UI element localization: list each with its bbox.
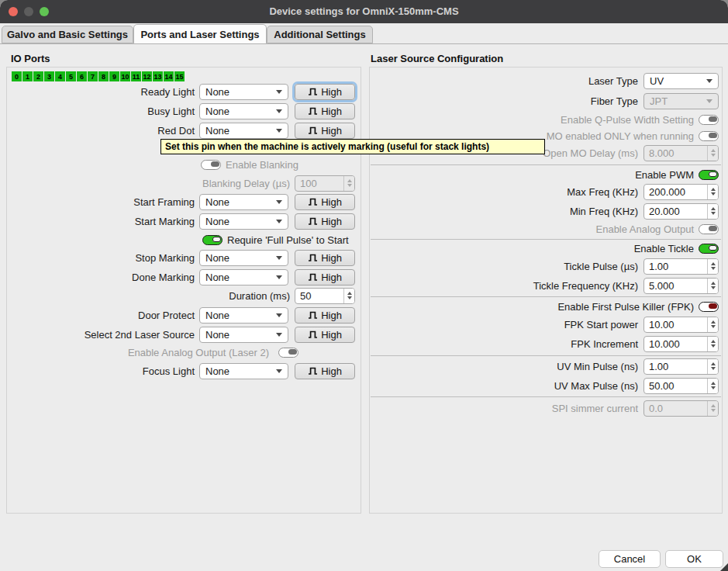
spinner-down-icon	[347, 184, 352, 189]
row-min-freq: Min Freq (KHz) 20.000	[370, 202, 719, 220]
row-enable-analog-laser2: Enable Analog Output (Laser 2)	[7, 345, 298, 359]
spinner-down-icon[interactable]	[711, 325, 716, 330]
port-14: 14	[164, 71, 174, 81]
chevron-down-icon	[276, 369, 282, 373]
enable-pwm-toggle[interactable]	[699, 170, 719, 180]
spinner-down-icon[interactable]	[711, 212, 716, 217]
duration-spinner[interactable]: 50	[295, 288, 355, 304]
spinner-down-icon[interactable]	[711, 367, 716, 372]
spinner-down-icon[interactable]	[711, 286, 716, 292]
ok-button[interactable]: OK	[665, 550, 723, 568]
uv-min-pulse-spinner[interactable]: 1.00	[643, 358, 719, 375]
tab-additional-settings[interactable]: Additional Settings	[267, 26, 373, 43]
zoom-button[interactable]	[40, 7, 49, 16]
stop-marking-select[interactable]: None	[199, 250, 288, 266]
tab-galvo-basic-settings[interactable]: Galvo and Basic Settings	[2, 26, 133, 43]
spinner-up-icon[interactable]	[711, 318, 716, 324]
spinner-down-icon[interactable]	[711, 344, 716, 350]
min-freq-spinner[interactable]: 20.000	[643, 203, 719, 220]
select-2nd-laser-high-button[interactable]: High	[295, 327, 355, 343]
chevron-down-icon	[276, 90, 282, 94]
spinner-down-icon[interactable]	[347, 296, 352, 302]
separator	[371, 164, 721, 165]
fpk-start-power-spinner[interactable]: 10.00	[643, 317, 719, 333]
cancel-button[interactable]: Cancel	[599, 550, 661, 568]
high-button-label: High	[321, 272, 342, 283]
spinner-down-icon[interactable]	[711, 192, 716, 198]
separator	[371, 296, 721, 297]
laser-type-select[interactable]: UV	[643, 73, 719, 89]
open-mo-delay-spinner: 8.000	[643, 145, 719, 161]
titlebar: Device settings for OmniX-150mm-CMS	[0, 0, 728, 23]
port-1: 1	[22, 71, 33, 81]
toggle-knob	[709, 171, 717, 177]
spinner-up-icon[interactable]	[711, 379, 716, 385]
ready-light-high-button[interactable]: High	[295, 84, 355, 100]
pulse-icon	[308, 310, 318, 320]
tickle-pulse-spinner[interactable]: 1.00	[643, 258, 719, 275]
window-resize-grip[interactable]	[720, 563, 728, 571]
q-pulse-label: Enable Q-Pulse Width Setting	[561, 114, 694, 126]
tab-label: Additional Settings	[274, 29, 365, 40]
row-tickle-pulse: Tickle Pulse (µs) 1.00	[370, 258, 719, 275]
row-ready-light: Ready Light None High	[7, 83, 355, 100]
io-ports-panel: 0123456789101112131415 Ready Light None …	[6, 67, 361, 514]
io-ports-title: IO Ports	[11, 53, 50, 64]
focus-light-select[interactable]: None	[199, 363, 288, 379]
spinner-up-icon[interactable]	[711, 337, 716, 343]
done-marking-select[interactable]: None	[199, 269, 288, 286]
row-uv-max-pulse: UV Max Pulse (ns) 50.00	[370, 377, 719, 394]
spinner-down-icon	[711, 154, 716, 159]
spinner-up-icon[interactable]	[711, 360, 716, 365]
close-button[interactable]	[9, 7, 18, 16]
spinner-up-icon[interactable]	[711, 279, 716, 285]
busy-light-select[interactable]: None	[199, 103, 288, 119]
port-indicator-strip: 0123456789101112131415	[12, 71, 185, 81]
start-framing-high-button[interactable]: High	[295, 194, 355, 210]
done-marking-high-button[interactable]: High	[295, 269, 355, 286]
max-freq-spinner[interactable]: 200.000	[643, 184, 719, 200]
tab-ports-laser-settings[interactable]: Ports and Laser Settings	[133, 24, 267, 44]
enable-blanking-label: Enable Blanking	[226, 159, 298, 171]
red-dot-high-button[interactable]: High	[295, 123, 355, 139]
spinner-down-icon[interactable]	[711, 386, 716, 392]
fpk-start-power-label: FPK Start power	[564, 319, 638, 330]
spinner-up-icon	[711, 402, 716, 407]
enable-tickle-toggle[interactable]	[699, 244, 719, 254]
busy-light-high-button[interactable]: High	[295, 103, 355, 119]
door-protect-select[interactable]: None	[199, 307, 288, 324]
select-2nd-laser-select[interactable]: None	[199, 327, 288, 343]
door-protect-high-button[interactable]: High	[295, 307, 355, 324]
red-dot-label: Red Dot	[157, 125, 195, 137]
min-freq-label: Min Freq (KHz)	[570, 206, 638, 217]
require-full-pulse-toggle[interactable]	[202, 235, 223, 245]
spinner-up-icon[interactable]	[711, 260, 716, 265]
focus-light-high-button[interactable]: High	[295, 363, 355, 379]
start-framing-select[interactable]: None	[199, 194, 288, 210]
stop-marking-high-button[interactable]: High	[295, 250, 355, 266]
fpk-increment-spinner[interactable]: 10.000	[643, 336, 719, 352]
tickle-freq-spinner[interactable]: 5.000	[643, 278, 719, 294]
ready-light-select[interactable]: None	[199, 84, 288, 100]
separator	[371, 396, 721, 397]
pulse-icon	[308, 126, 318, 135]
toggle-knob	[709, 226, 717, 231]
uv-max-pulse-spinner[interactable]: 50.00	[643, 378, 719, 394]
spinner-up-icon[interactable]	[711, 205, 716, 210]
toggle-knob	[288, 349, 297, 355]
spinner-up-icon	[711, 147, 716, 152]
toggle-knob	[212, 237, 221, 242]
enable-analog-laser2-label: Enable Analog Output (Laser 2)	[128, 347, 269, 358]
chevron-down-icon	[276, 200, 282, 204]
spinner-up-icon[interactable]	[347, 289, 352, 295]
enable-fpk-toggle[interactable]	[699, 302, 719, 312]
spinner-down-icon[interactable]	[711, 267, 716, 272]
port-13: 13	[153, 71, 163, 81]
device-settings-dialog: Device settings for OmniX-150mm-CMS Galv…	[0, 0, 728, 571]
start-marking-select[interactable]: None	[199, 213, 288, 230]
red-dot-select[interactable]: None	[199, 123, 288, 139]
spinner-up-icon[interactable]	[711, 185, 716, 191]
pulse-icon	[308, 106, 318, 116]
start-marking-high-button[interactable]: High	[295, 213, 355, 230]
focus-light-label: Focus Light	[143, 365, 195, 377]
